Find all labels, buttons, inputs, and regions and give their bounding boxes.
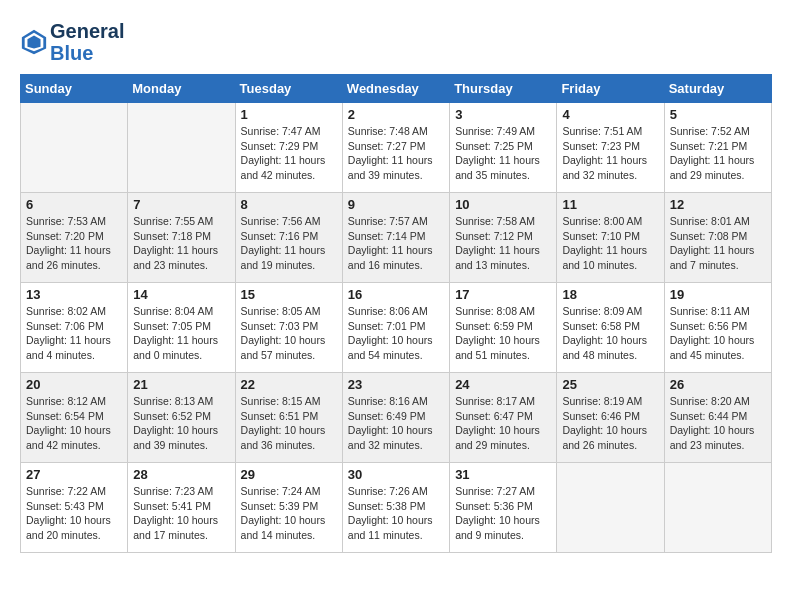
logo: General Blue — [20, 20, 124, 64]
calendar-day-cell — [128, 103, 235, 193]
day-info: Sunrise: 8:00 AMSunset: 7:10 PMDaylight:… — [562, 214, 658, 273]
day-number: 14 — [133, 287, 229, 302]
day-info: Sunrise: 7:48 AMSunset: 7:27 PMDaylight:… — [348, 124, 444, 183]
calendar-day-cell: 11Sunrise: 8:00 AMSunset: 7:10 PMDayligh… — [557, 193, 664, 283]
day-of-week-header: Wednesday — [342, 75, 449, 103]
day-number: 15 — [241, 287, 337, 302]
day-of-week-header: Tuesday — [235, 75, 342, 103]
calendar-day-cell: 30Sunrise: 7:26 AMSunset: 5:38 PMDayligh… — [342, 463, 449, 553]
day-number: 13 — [26, 287, 122, 302]
day-number: 8 — [241, 197, 337, 212]
day-number: 6 — [26, 197, 122, 212]
day-info: Sunrise: 8:11 AMSunset: 6:56 PMDaylight:… — [670, 304, 766, 363]
calendar-day-cell: 29Sunrise: 7:24 AMSunset: 5:39 PMDayligh… — [235, 463, 342, 553]
calendar-day-cell: 20Sunrise: 8:12 AMSunset: 6:54 PMDayligh… — [21, 373, 128, 463]
day-of-week-header: Saturday — [664, 75, 771, 103]
day-number: 4 — [562, 107, 658, 122]
calendar-day-cell: 16Sunrise: 8:06 AMSunset: 7:01 PMDayligh… — [342, 283, 449, 373]
day-info: Sunrise: 8:20 AMSunset: 6:44 PMDaylight:… — [670, 394, 766, 453]
day-number: 22 — [241, 377, 337, 392]
calendar-day-cell: 4Sunrise: 7:51 AMSunset: 7:23 PMDaylight… — [557, 103, 664, 193]
calendar-table: SundayMondayTuesdayWednesdayThursdayFrid… — [20, 74, 772, 553]
day-number: 28 — [133, 467, 229, 482]
day-number: 17 — [455, 287, 551, 302]
calendar-day-cell: 17Sunrise: 8:08 AMSunset: 6:59 PMDayligh… — [450, 283, 557, 373]
day-info: Sunrise: 7:23 AMSunset: 5:41 PMDaylight:… — [133, 484, 229, 543]
day-number: 20 — [26, 377, 122, 392]
day-number: 18 — [562, 287, 658, 302]
day-number: 3 — [455, 107, 551, 122]
calendar-day-cell: 5Sunrise: 7:52 AMSunset: 7:21 PMDaylight… — [664, 103, 771, 193]
calendar-week-row: 20Sunrise: 8:12 AMSunset: 6:54 PMDayligh… — [21, 373, 772, 463]
day-info: Sunrise: 8:05 AMSunset: 7:03 PMDaylight:… — [241, 304, 337, 363]
day-info: Sunrise: 7:52 AMSunset: 7:21 PMDaylight:… — [670, 124, 766, 183]
day-number: 5 — [670, 107, 766, 122]
calendar-day-cell: 26Sunrise: 8:20 AMSunset: 6:44 PMDayligh… — [664, 373, 771, 463]
calendar-week-row: 13Sunrise: 8:02 AMSunset: 7:06 PMDayligh… — [21, 283, 772, 373]
day-info: Sunrise: 8:13 AMSunset: 6:52 PMDaylight:… — [133, 394, 229, 453]
day-info: Sunrise: 7:49 AMSunset: 7:25 PMDaylight:… — [455, 124, 551, 183]
day-number: 27 — [26, 467, 122, 482]
calendar-week-row: 1Sunrise: 7:47 AMSunset: 7:29 PMDaylight… — [21, 103, 772, 193]
calendar-day-cell: 21Sunrise: 8:13 AMSunset: 6:52 PMDayligh… — [128, 373, 235, 463]
calendar-week-row: 27Sunrise: 7:22 AMSunset: 5:43 PMDayligh… — [21, 463, 772, 553]
day-info: Sunrise: 7:26 AMSunset: 5:38 PMDaylight:… — [348, 484, 444, 543]
day-number: 12 — [670, 197, 766, 212]
calendar-day-cell: 31Sunrise: 7:27 AMSunset: 5:36 PMDayligh… — [450, 463, 557, 553]
day-number: 11 — [562, 197, 658, 212]
calendar-day-cell — [664, 463, 771, 553]
calendar-day-cell: 10Sunrise: 7:58 AMSunset: 7:12 PMDayligh… — [450, 193, 557, 283]
day-number: 10 — [455, 197, 551, 212]
calendar-day-cell — [557, 463, 664, 553]
calendar-day-cell: 25Sunrise: 8:19 AMSunset: 6:46 PMDayligh… — [557, 373, 664, 463]
day-number: 29 — [241, 467, 337, 482]
day-info: Sunrise: 7:56 AMSunset: 7:16 PMDaylight:… — [241, 214, 337, 273]
day-number: 21 — [133, 377, 229, 392]
day-info: Sunrise: 7:51 AMSunset: 7:23 PMDaylight:… — [562, 124, 658, 183]
day-number: 25 — [562, 377, 658, 392]
day-info: Sunrise: 8:15 AMSunset: 6:51 PMDaylight:… — [241, 394, 337, 453]
day-info: Sunrise: 8:17 AMSunset: 6:47 PMDaylight:… — [455, 394, 551, 453]
calendar-day-cell: 22Sunrise: 8:15 AMSunset: 6:51 PMDayligh… — [235, 373, 342, 463]
calendar-day-cell: 2Sunrise: 7:48 AMSunset: 7:27 PMDaylight… — [342, 103, 449, 193]
day-number: 26 — [670, 377, 766, 392]
logo-text: General Blue — [50, 20, 124, 64]
calendar-day-cell: 12Sunrise: 8:01 AMSunset: 7:08 PMDayligh… — [664, 193, 771, 283]
day-number: 24 — [455, 377, 551, 392]
day-number: 19 — [670, 287, 766, 302]
day-info: Sunrise: 7:47 AMSunset: 7:29 PMDaylight:… — [241, 124, 337, 183]
day-info: Sunrise: 8:09 AMSunset: 6:58 PMDaylight:… — [562, 304, 658, 363]
day-of-week-header: Friday — [557, 75, 664, 103]
calendar-day-cell: 13Sunrise: 8:02 AMSunset: 7:06 PMDayligh… — [21, 283, 128, 373]
day-number: 9 — [348, 197, 444, 212]
day-info: Sunrise: 8:06 AMSunset: 7:01 PMDaylight:… — [348, 304, 444, 363]
day-info: Sunrise: 7:27 AMSunset: 5:36 PMDaylight:… — [455, 484, 551, 543]
calendar-day-cell: 28Sunrise: 7:23 AMSunset: 5:41 PMDayligh… — [128, 463, 235, 553]
day-info: Sunrise: 8:04 AMSunset: 7:05 PMDaylight:… — [133, 304, 229, 363]
page-header: General Blue — [20, 20, 772, 64]
day-info: Sunrise: 7:58 AMSunset: 7:12 PMDaylight:… — [455, 214, 551, 273]
calendar-day-cell: 7Sunrise: 7:55 AMSunset: 7:18 PMDaylight… — [128, 193, 235, 283]
day-info: Sunrise: 8:16 AMSunset: 6:49 PMDaylight:… — [348, 394, 444, 453]
calendar-day-cell: 23Sunrise: 8:16 AMSunset: 6:49 PMDayligh… — [342, 373, 449, 463]
calendar-header-row: SundayMondayTuesdayWednesdayThursdayFrid… — [21, 75, 772, 103]
calendar-day-cell: 9Sunrise: 7:57 AMSunset: 7:14 PMDaylight… — [342, 193, 449, 283]
calendar-day-cell: 1Sunrise: 7:47 AMSunset: 7:29 PMDaylight… — [235, 103, 342, 193]
calendar-day-cell: 24Sunrise: 8:17 AMSunset: 6:47 PMDayligh… — [450, 373, 557, 463]
day-number: 30 — [348, 467, 444, 482]
day-info: Sunrise: 7:55 AMSunset: 7:18 PMDaylight:… — [133, 214, 229, 273]
day-number: 2 — [348, 107, 444, 122]
calendar-week-row: 6Sunrise: 7:53 AMSunset: 7:20 PMDaylight… — [21, 193, 772, 283]
calendar-day-cell: 6Sunrise: 7:53 AMSunset: 7:20 PMDaylight… — [21, 193, 128, 283]
day-info: Sunrise: 7:53 AMSunset: 7:20 PMDaylight:… — [26, 214, 122, 273]
calendar-day-cell: 19Sunrise: 8:11 AMSunset: 6:56 PMDayligh… — [664, 283, 771, 373]
day-info: Sunrise: 7:57 AMSunset: 7:14 PMDaylight:… — [348, 214, 444, 273]
day-info: Sunrise: 8:02 AMSunset: 7:06 PMDaylight:… — [26, 304, 122, 363]
day-number: 16 — [348, 287, 444, 302]
day-of-week-header: Thursday — [450, 75, 557, 103]
day-number: 23 — [348, 377, 444, 392]
day-number: 31 — [455, 467, 551, 482]
calendar-day-cell: 3Sunrise: 7:49 AMSunset: 7:25 PMDaylight… — [450, 103, 557, 193]
calendar-day-cell: 14Sunrise: 8:04 AMSunset: 7:05 PMDayligh… — [128, 283, 235, 373]
calendar-day-cell — [21, 103, 128, 193]
